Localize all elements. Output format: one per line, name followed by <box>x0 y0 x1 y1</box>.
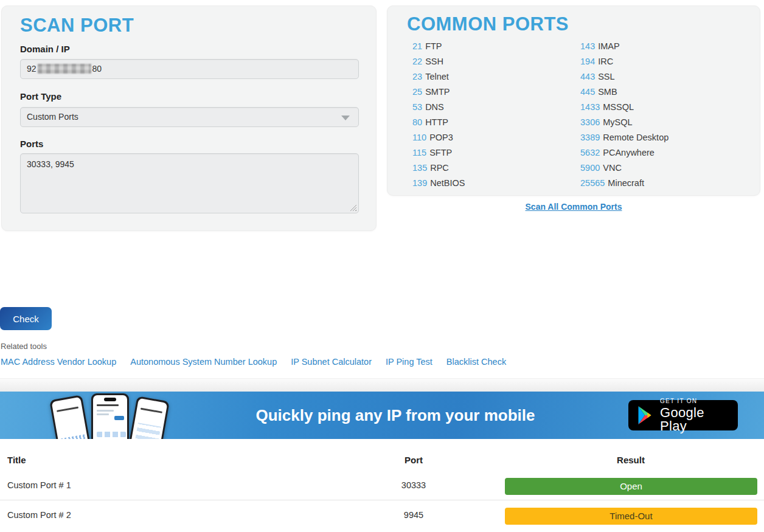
table-header-port: Port <box>365 455 462 465</box>
port-entry: 194IRC <box>580 54 668 69</box>
port-entry: 5900VNC <box>580 161 668 176</box>
domain-ip-label: Domain / IP <box>20 44 70 54</box>
resize-handle[interactable] <box>350 204 356 211</box>
scan-port-panel: SCAN PORT Domain / IP 9280 Port Type Cus… <box>1 5 377 231</box>
port-entry: 143IMAP <box>580 39 668 54</box>
domain-ip-value-prefix: 92 <box>27 64 36 74</box>
port-entry: 25565Minecraft <box>580 176 668 191</box>
port-entry: 21FTP <box>412 39 465 54</box>
port-entry: 135RPC <box>412 161 465 176</box>
common-ports-column-1: 21FTP 22SSH 23Telnet 25SMTP 53DNS 80HTTP… <box>412 39 465 191</box>
port-name: HTTP <box>425 117 448 127</box>
port-number: 23 <box>412 72 422 81</box>
mobile-app-banner: Quickly ping any IP from your mobile GET… <box>0 392 764 439</box>
play-badge-large-text: Google Play <box>660 406 730 433</box>
port-number: 139 <box>412 178 427 188</box>
port-entry: 443SSL <box>580 69 668 85</box>
table-row-title: Custom Port # 2 <box>7 510 71 520</box>
domain-ip-value-suffix: 80 <box>92 64 102 74</box>
port-name: SSH <box>425 57 443 66</box>
port-name: Telnet <box>425 72 449 81</box>
port-number: 135 <box>412 163 427 173</box>
port-type-select[interactable]: Custom Ports <box>20 107 359 127</box>
port-name: SFTP <box>429 148 452 157</box>
port-name: RPC <box>430 163 449 173</box>
link-mac-address-vendor-lookup[interactable]: MAC Address Vendor Lookup <box>1 357 116 367</box>
port-number: 445 <box>580 87 595 97</box>
ports-label: Ports <box>20 139 43 149</box>
port-number: 110 <box>412 133 426 142</box>
port-number: 25565 <box>580 178 605 188</box>
check-button[interactable]: Check <box>0 307 52 330</box>
port-entry: 80HTTP <box>412 115 465 130</box>
port-name: FTP <box>425 41 442 51</box>
port-number: 3306 <box>580 117 600 127</box>
port-number: 143 <box>580 41 595 51</box>
port-entry: 25SMTP <box>412 85 465 100</box>
ports-value: 30333, 9945 <box>27 159 74 169</box>
port-type-label: Port Type <box>20 91 61 102</box>
result-badge-timeout: Timed-Out <box>505 508 757 525</box>
port-entry: 3389Remote Desktop <box>580 130 668 145</box>
port-name: POP3 <box>429 133 453 142</box>
common-ports-panel: COMMON PORTS 21FTP 22SSH 23Telnet 25SMTP… <box>387 5 760 196</box>
link-ip-subnet-calculator[interactable]: IP Subnet Calculator <box>291 357 372 367</box>
phone-mockup-right <box>123 396 170 439</box>
port-name: MSSQL <box>603 102 634 112</box>
port-number: 5900 <box>580 163 600 173</box>
section-divider-strip <box>0 378 764 392</box>
domain-ip-input[interactable]: 9280 <box>20 59 359 79</box>
link-ip-ping-test[interactable]: IP Ping Test <box>386 357 432 367</box>
related-tools-heading: Related tools <box>1 342 47 351</box>
port-type-selected-value: Custom Ports <box>27 112 78 122</box>
common-ports-column-2: 143IMAP 194IRC 443SSL 445SMB 1433MSSQL 3… <box>580 39 668 191</box>
redacted-ip-blur <box>38 64 91 74</box>
port-number: 21 <box>412 41 422 51</box>
port-entry: 110POP3 <box>412 130 465 145</box>
link-asn-lookup[interactable]: Autonomous System Number Lookup <box>130 357 277 367</box>
phone-screen-decor <box>57 407 78 412</box>
table-header-result: Result <box>582 455 679 465</box>
port-entry: 1433MSSQL <box>580 100 668 115</box>
port-entry: 22SSH <box>412 54 465 69</box>
table-row-port: 9945 <box>365 510 462 520</box>
port-name: MySQL <box>603 117 632 127</box>
port-number: 443 <box>580 72 595 81</box>
chevron-down-icon <box>341 116 350 120</box>
google-play-badge[interactable]: GET IT ON Google Play <box>628 400 738 430</box>
port-entry: 23Telnet <box>412 69 465 85</box>
port-number: 22 <box>412 57 422 66</box>
port-name: IMAP <box>598 41 619 51</box>
port-number: 80 <box>412 117 422 127</box>
port-number: 1433 <box>580 102 600 112</box>
table-row-title: Custom Port # 1 <box>7 480 71 490</box>
port-name: IRC <box>598 57 613 66</box>
port-name: VNC <box>603 163 622 173</box>
port-name: Minecraft <box>608 178 644 188</box>
link-blacklist-check[interactable]: Blacklist Check <box>446 357 506 367</box>
port-number: 53 <box>412 102 422 112</box>
phone-mockup-left <box>49 395 96 439</box>
table-header-title: Title <box>7 455 26 465</box>
scan-all-wrap: Scan All Common Ports <box>387 201 760 212</box>
port-name: PCAnywhere <box>603 148 655 157</box>
port-entry: 53DNS <box>412 100 465 115</box>
port-number: 115 <box>412 148 426 157</box>
table-row-port: 30333 <box>365 480 462 490</box>
banner-headline: Quickly ping any IP from your mobile <box>207 406 584 425</box>
play-badge-small-text: GET IT ON <box>660 398 730 404</box>
port-name: NetBIOS <box>430 178 465 188</box>
scan-port-title: SCAN PORT <box>20 15 134 36</box>
scan-all-common-ports-link[interactable]: Scan All Common Ports <box>526 202 622 212</box>
google-play-icon <box>636 405 653 426</box>
ports-textarea[interactable]: 30333, 9945 <box>20 153 359 213</box>
port-number: 3389 <box>580 133 600 142</box>
related-tools-links: MAC Address Vendor Lookup Autonomous Sys… <box>1 357 506 367</box>
port-number: 5632 <box>580 148 600 157</box>
port-name: SMB <box>598 87 617 97</box>
port-name: DNS <box>425 102 444 112</box>
port-name: SMTP <box>425 87 450 97</box>
phone-mockup-center <box>91 393 129 439</box>
port-number: 194 <box>580 57 595 66</box>
phone-notch <box>104 398 116 401</box>
